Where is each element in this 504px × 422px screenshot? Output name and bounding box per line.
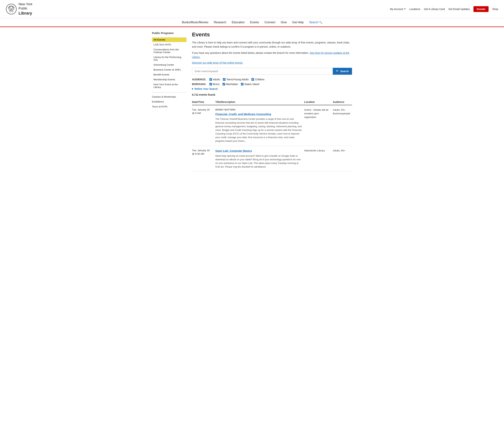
nav-give[interactable]: Give xyxy=(281,21,287,24)
expand-icon xyxy=(192,88,193,90)
borough-manhattan-checkbox[interactable]: Manhattan xyxy=(222,83,238,86)
sidebar-item-exhibitions[interactable]: Exhibitions xyxy=(152,100,186,104)
my-account-link[interactable]: My Account xyxy=(390,8,406,11)
event-description-2: Need help opening an email account? Want… xyxy=(215,154,302,169)
sidebar-secondary-nav: Classes & Workshops Exhibitions Tours at… xyxy=(152,95,186,109)
borough-filter-row: BOROUGH: Bronx Manhattan Staten Island xyxy=(192,83,352,86)
page-layout: Public Programs All Events LIVE from NYP… xyxy=(148,27,356,176)
borough-staten-island-checkbox[interactable]: Staten Island xyxy=(241,83,259,86)
sidebar-item-benefit-events[interactable]: Benefit Events xyxy=(152,72,186,77)
table-row: Tue, January 16 @ 9:30 AM Open Lab: Comp… xyxy=(192,146,352,172)
top-navigation: My Account Locations Get A Library Card … xyxy=(390,6,498,12)
shop-link[interactable]: Shop xyxy=(492,8,498,11)
col-header-audience: Audience xyxy=(333,99,352,105)
event-location-1: Online - Details will be emailed upon re… xyxy=(304,108,331,119)
audience-filter-row: AUDIENCE: Adults Teens/Young Adults Chil… xyxy=(192,78,352,81)
events-table: Date/Time Title/Description Location Aud… xyxy=(192,99,352,172)
sidebar-item-cullman[interactable]: Conversations from the Cullman Center xyxy=(152,47,186,54)
nav-research[interactable]: Research xyxy=(214,21,226,24)
sidebar-item-live-nypl[interactable]: LIVE from NYPL xyxy=(152,42,186,47)
sidebar-item-performing-arts[interactable]: Library for the Performing Arts xyxy=(152,55,186,62)
event-description-1: The Thomas Yoseloff Business Center prov… xyxy=(215,117,302,143)
event-category-1: MONEY MATTERS xyxy=(215,108,302,111)
event-audience-1: Adults, 50+, Businesspeople xyxy=(333,108,350,116)
sidebar-item-tours[interactable]: Tours at NYPL xyxy=(152,105,186,109)
free-events-link[interactable]: Discover our wide array of free online e… xyxy=(192,61,243,64)
event-location-2: Ottendorfer Library xyxy=(304,149,331,153)
locations-link[interactable]: Locations xyxy=(409,8,420,11)
sidebar-section-title: Public Programs xyxy=(152,31,186,36)
search-input[interactable] xyxy=(192,68,333,75)
intro-paragraph-1: The Library is here to help you learn an… xyxy=(192,41,352,49)
logo-icon xyxy=(6,4,17,15)
sidebar-item-all-events[interactable]: All Events xyxy=(152,37,186,42)
nav-events[interactable]: Events xyxy=(250,21,259,24)
event-date-1: Tue, January 16 @ 9 AM xyxy=(192,108,213,115)
audience-label: AUDIENCE: xyxy=(192,78,207,81)
event-audience-2: Adults, 50+ xyxy=(333,149,350,153)
sidebar-divider xyxy=(152,92,186,93)
search-icon: 🔍 xyxy=(319,21,322,24)
event-title-link-2[interactable]: Open Lab: Computer Basics xyxy=(215,149,252,153)
col-header-title: Title/Description xyxy=(215,99,304,105)
sidebar-item-host-event[interactable]: Host Your Event at the Library xyxy=(152,82,186,89)
logo-text: New York Public Library xyxy=(18,2,32,16)
sidebar-item-business-center[interactable]: Business Center at SNFL xyxy=(152,67,186,72)
audience-teens-checkbox[interactable]: Teens/Young Adults xyxy=(223,78,249,81)
donate-button[interactable]: Donate xyxy=(474,6,489,12)
library-card-link[interactable]: Get A Library Card xyxy=(424,8,445,11)
search-button-icon: 🔍 xyxy=(336,70,339,73)
email-updates-link[interactable]: Get Email Updates xyxy=(448,8,470,11)
nav-get-help[interactable]: Get Help xyxy=(292,21,304,24)
borough-bronx-checkbox[interactable]: Bronx xyxy=(210,83,220,86)
nav-search[interactable]: Search 🔍 xyxy=(309,21,322,24)
results-count: 6,712 events found. xyxy=(192,93,352,96)
refine-search-toggle[interactable]: Refine Your Search xyxy=(192,87,352,90)
top-bar: New York Public Library My Account Locat… xyxy=(0,0,504,27)
svg-point-2 xyxy=(10,6,13,10)
main-content: Events The Library is here to help you l… xyxy=(192,31,352,172)
nav-education[interactable]: Education xyxy=(232,21,245,24)
chevron-down-icon xyxy=(404,9,406,9)
main-navigation: Books/Music/Movies Research Education Ev… xyxy=(0,18,504,27)
sidebar-primary-nav: All Events LIVE from NYPL Conversations … xyxy=(152,37,186,89)
sidebar-item-membership[interactable]: Membership Events xyxy=(152,77,186,82)
nav-books[interactable]: Books/Music/Movies xyxy=(182,21,208,24)
col-header-datetime: Date/Time xyxy=(192,99,215,105)
page-title: Events xyxy=(192,31,352,38)
table-row: Tue, January 16 @ 9 AM MONEY MATTERS Fin… xyxy=(192,105,352,146)
audience-children-checkbox[interactable]: Children xyxy=(252,78,264,81)
sidebar: Public Programs All Events LIVE from NYP… xyxy=(152,31,186,172)
svg-point-4 xyxy=(12,7,12,8)
borough-label: BOROUGH: xyxy=(192,83,207,86)
event-title-link-1[interactable]: Financial, Credit, and Medicare Counseli… xyxy=(215,112,271,116)
search-button[interactable]: 🔍 Search xyxy=(333,68,352,75)
svg-point-3 xyxy=(10,7,11,8)
event-search-bar: 🔍 Search xyxy=(192,68,352,75)
event-date-2: Tue, January 16 @ 9:30 AM xyxy=(192,149,213,156)
col-header-location: Location xyxy=(304,99,333,105)
sidebar-item-schomburg[interactable]: Schomburg Center xyxy=(152,63,186,67)
audience-adults-checkbox[interactable]: Adults xyxy=(210,78,220,81)
nav-connect[interactable]: Connect xyxy=(264,21,276,24)
sidebar-item-classes[interactable]: Classes & Workshops xyxy=(152,95,186,99)
logo[interactable]: New York Public Library xyxy=(6,2,32,16)
intro-paragraph-2: If you have any questions about the even… xyxy=(192,51,352,59)
